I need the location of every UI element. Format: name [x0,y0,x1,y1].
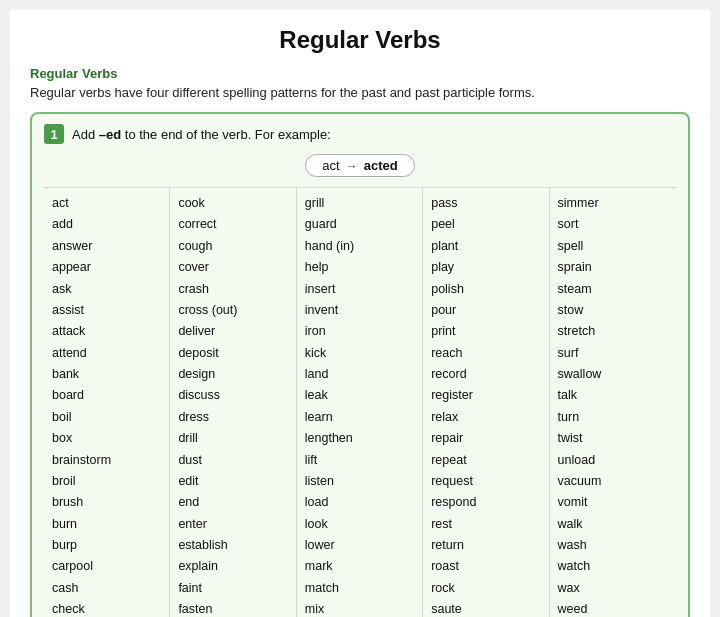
list-item: broil [52,472,163,491]
list-item: repair [431,429,542,448]
list-item: respond [431,493,542,512]
example-box: act → acted [44,154,676,177]
list-item: match [305,579,416,598]
list-item: act [52,194,163,213]
list-item: swallow [558,365,670,384]
list-item: appear [52,258,163,277]
list-item: ask [52,280,163,299]
list-item: simmer [558,194,670,213]
list-item: mark [305,557,416,576]
list-item: pass [431,194,542,213]
list-item: cough [178,237,289,256]
section-header: 1 Add –ed to the end of the verb. For ex… [44,124,676,144]
page-container: Regular Verbs Regular Verbs Regular verb… [10,10,710,617]
list-item: wax [558,579,670,598]
list-item: spell [558,237,670,256]
instruction-bold: –ed [99,127,121,142]
list-item: sort [558,215,670,234]
list-item: plant [431,237,542,256]
list-item: cross (out) [178,301,289,320]
list-item: vomit [558,493,670,512]
list-item: saute [431,600,542,617]
list-item: end [178,493,289,512]
list-item: rock [431,579,542,598]
list-item: burp [52,536,163,555]
example-pill: act → acted [305,154,414,177]
list-item: brush [52,493,163,512]
list-item: deposit [178,344,289,363]
list-item: deliver [178,322,289,341]
list-item: assist [52,301,163,320]
list-item: register [431,386,542,405]
list-item: brainstorm [52,451,163,470]
list-item: help [305,258,416,277]
words-grid: actaddanswerappearaskassistattackattendb… [44,187,676,617]
list-item: grill [305,194,416,213]
list-item: carpool [52,557,163,576]
word-column-3: grillguardhand (in)helpinsertinventironk… [297,188,423,617]
list-item: play [431,258,542,277]
list-item: cover [178,258,289,277]
list-item: stretch [558,322,670,341]
list-item: listen [305,472,416,491]
list-item: polish [431,280,542,299]
list-item: discuss [178,386,289,405]
list-item: dress [178,408,289,427]
list-item: wash [558,536,670,555]
list-item: watch [558,557,670,576]
list-item: twist [558,429,670,448]
instruction-end: to the end of the verb. For example: [121,127,331,142]
list-item: hand (in) [305,237,416,256]
list-item: burn [52,515,163,534]
list-item: drill [178,429,289,448]
word-column-2: cookcorrectcoughcovercrashcross (out)del… [170,188,296,617]
list-item: stow [558,301,670,320]
list-item: explain [178,557,289,576]
list-item: insert [305,280,416,299]
list-item: record [431,365,542,384]
list-item: board [52,386,163,405]
list-item: add [52,215,163,234]
list-item: check [52,600,163,617]
list-item: leak [305,386,416,405]
list-item: lift [305,451,416,470]
list-item: attack [52,322,163,341]
list-item: sprain [558,258,670,277]
list-item: faint [178,579,289,598]
list-item: land [305,365,416,384]
list-item: look [305,515,416,534]
list-item: pour [431,301,542,320]
word-column-1: actaddanswerappearaskassistattackattendb… [44,188,170,617]
list-item: cash [52,579,163,598]
subtitle-bold: Regular Verbs [30,66,690,81]
list-item: lower [305,536,416,555]
list-item: print [431,322,542,341]
word-column-4: passpeelplantplaypolishpourprintreachrec… [423,188,549,617]
list-item: mix [305,600,416,617]
list-item: bank [52,365,163,384]
section-box: 1 Add –ed to the end of the verb. For ex… [30,112,690,617]
list-item: guard [305,215,416,234]
list-item: reach [431,344,542,363]
example-result: acted [364,158,398,173]
section-instruction: Add –ed to the end of the verb. For exam… [72,127,331,142]
list-item: cook [178,194,289,213]
list-item: dust [178,451,289,470]
list-item: box [52,429,163,448]
page-title: Regular Verbs [30,26,690,54]
arrow-icon: → [346,159,358,173]
list-item: enter [178,515,289,534]
list-item: rest [431,515,542,534]
list-item: edit [178,472,289,491]
list-item: design [178,365,289,384]
section-number: 1 [44,124,64,144]
list-item: turn [558,408,670,427]
list-item: vacuum [558,472,670,491]
list-item: surf [558,344,670,363]
list-item: correct [178,215,289,234]
list-item: kick [305,344,416,363]
list-item: crash [178,280,289,299]
word-column-5: simmersortspellsprainsteamstowstretchsur… [550,188,676,617]
list-item: lengthen [305,429,416,448]
list-item: learn [305,408,416,427]
